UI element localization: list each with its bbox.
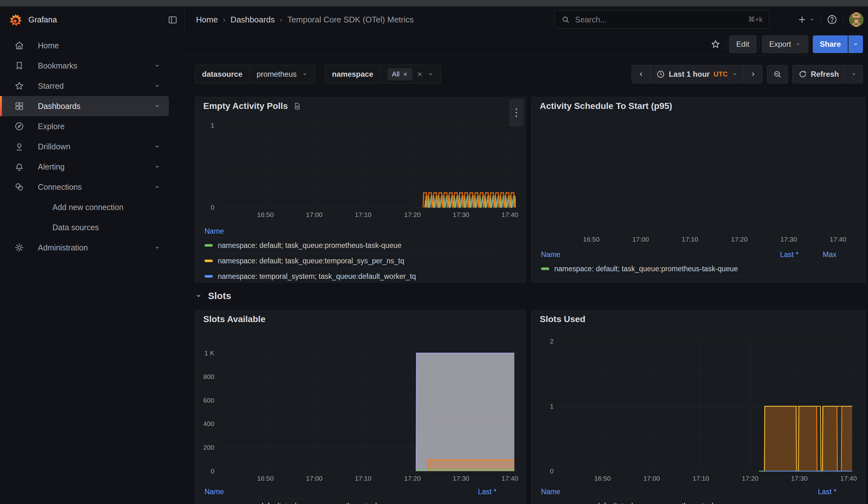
breadcrumb-item-home[interactable]: Home — [196, 15, 218, 25]
sidebar-item-label: Administration — [38, 243, 88, 252]
sidebar-item-label: Add new connection — [52, 203, 123, 212]
breadcrumb-item-temporal-core-sdk-otel-metrics: Temporal Core SDK (OTel) Metrics — [288, 15, 414, 25]
timeseries-chart[interactable]: 0116:5017:0017:1017:2017:3017:40 — [195, 115, 526, 225]
avatar[interactable] — [849, 12, 864, 27]
remove-icon — [403, 72, 408, 77]
series-color-pill — [205, 275, 213, 278]
refresh-button[interactable]: Refresh — [793, 65, 845, 83]
panel-title[interactable]: Slots Used — [540, 314, 586, 324]
star-icon — [14, 81, 24, 91]
row-slots[interactable]: Slots — [195, 287, 231, 305]
legend-column-name[interactable]: Name — [205, 487, 449, 496]
legend-row: namespace: default; task_queue:prometheu… — [541, 261, 836, 277]
legend-header: NameLast * — [541, 485, 836, 498]
panel-title[interactable]: Activity Schedule To Start (p95) — [540, 101, 672, 111]
sidebar-item-starred[interactable]: Starred — [0, 76, 169, 96]
chevron-down-icon — [302, 71, 308, 78]
sidebar-item-add-new-connection[interactable]: Add new connection — [0, 197, 169, 217]
sidebar-item-bookmarks[interactable]: Bookmarks — [0, 55, 169, 76]
zoom-out-button[interactable] — [767, 65, 787, 83]
topbar-brand-area: Grafana — [0, 6, 185, 33]
add-button[interactable] — [797, 15, 815, 24]
sidebar-item-drilldown[interactable]: Drilldown — [0, 136, 169, 157]
legend-column-last[interactable]: Last * — [449, 487, 496, 496]
chevron-down-icon — [852, 41, 859, 48]
svg-text:17:00: 17:00 — [643, 475, 660, 482]
refresh-interval-button[interactable] — [845, 65, 862, 83]
namespace-select[interactable]: All — [381, 65, 441, 83]
chevron-down-icon — [427, 71, 434, 78]
panel-activity-schedule-to-start: Activity Schedule To Start (p95) 16:5017… — [531, 97, 866, 282]
series-color-pill — [205, 244, 213, 247]
svg-text:17:20: 17:20 — [404, 211, 421, 218]
sidebar-item-explore[interactable]: Explore — [0, 116, 169, 136]
legend-series-toggle[interactable]: namespace: default; task_queue:prometheu… — [205, 241, 496, 250]
grafana-app: Grafana Home›Dashboards›Temporal Core SD… — [0, 0, 868, 504]
breadcrumb-item-dashboards[interactable]: Dashboards — [230, 15, 275, 25]
share-button[interactable]: Share — [813, 35, 848, 53]
sidebar-item-connections[interactable]: Connections — [0, 177, 169, 197]
panel-title[interactable]: Slots Available — [203, 314, 266, 324]
sidebar-item-dashboards[interactable]: Dashboards — [0, 96, 169, 116]
link-icon — [14, 182, 24, 192]
grafana-logo-icon[interactable] — [8, 13, 23, 27]
divider — [843, 13, 844, 25]
datasource-select[interactable]: prometheus — [250, 65, 315, 83]
star-dashboard-button[interactable] — [707, 39, 724, 49]
legend-series-toggle[interactable]: namespace: default; task_queue:temporal_… — [205, 257, 496, 265]
namespace-chip-all[interactable]: All — [388, 68, 412, 80]
svg-text:16:50: 16:50 — [583, 236, 600, 243]
grid-icon — [14, 101, 24, 111]
drilldown-icon — [14, 142, 24, 152]
clear-icon — [417, 71, 423, 78]
time-range-picker[interactable]: Last 1 hour UTC — [650, 65, 744, 83]
timeseries-chart[interactable]: 01216:5017:0017:1017:2017:3017:40 — [531, 328, 866, 485]
svg-text:800: 800 — [203, 373, 214, 380]
chevron-down-icon — [154, 163, 161, 170]
sidebar-item-administration[interactable]: Administration — [0, 237, 169, 258]
collapse-sidebar-icon[interactable] — [167, 14, 178, 25]
legend-row: namespace: default; task_queue:prometheu… — [205, 498, 496, 504]
export-button[interactable]: Export — [762, 35, 808, 53]
sidebar-item-alerting[interactable]: Alerting — [0, 157, 169, 177]
legend-column-name[interactable]: Name — [205, 227, 496, 236]
legend-series-toggle[interactable]: namespace: temporal_system; task_queue:d… — [205, 272, 496, 281]
help-icon[interactable] — [827, 14, 837, 25]
timeseries-chart[interactable]: 16:5017:0017:1017:2017:3017:40 — [531, 115, 866, 248]
legend-column-last[interactable]: Last * — [789, 487, 836, 496]
legend-column-name[interactable]: Name — [541, 250, 751, 259]
sidebar-item-data-sources[interactable]: Data sources — [0, 217, 169, 237]
legend-series-toggle[interactable]: namespace: default; task_queue:prometheu… — [541, 265, 751, 273]
legend-column-name[interactable]: Name — [541, 487, 789, 496]
timeseries-chart[interactable]: 02004006008001 K16:5017:0017:1017:2017:3… — [195, 328, 526, 485]
search-bar[interactable]: ⌘+k — [555, 10, 769, 29]
svg-text:17:30: 17:30 — [453, 211, 469, 218]
breadcrumb-separator: › — [223, 16, 225, 24]
chevron-down-icon — [195, 292, 202, 300]
svg-text:600: 600 — [203, 397, 214, 404]
series-color-pill — [541, 267, 549, 270]
time-shift-back-button[interactable] — [632, 65, 650, 83]
panel-slots-used: Slots Used 01216:5017:0017:1017:2017:301… — [531, 310, 866, 504]
share-menu-button[interactable] — [848, 35, 863, 53]
legend-series-toggle[interactable]: namespace: default; task_queue:prometheu… — [541, 502, 789, 504]
sidebar-item-label: Starred — [38, 81, 64, 91]
chevron-down-icon — [154, 244, 161, 251]
legend-column-last[interactable]: Last * — [751, 250, 798, 259]
svg-text:17:40: 17:40 — [830, 236, 847, 243]
legend-series-toggle[interactable]: namespace: default; task_queue:prometheu… — [205, 502, 449, 504]
topbar-actions — [797, 10, 864, 29]
chevron-down-icon — [154, 103, 161, 110]
edit-button[interactable]: Edit — [729, 35, 757, 53]
svg-text:0: 0 — [210, 204, 214, 211]
home-icon — [14, 40, 24, 51]
legend-column-max[interactable]: Max — [798, 250, 836, 259]
panel-description-icon[interactable] — [293, 102, 301, 110]
panel-title[interactable]: Empty Activity Polls — [203, 101, 288, 111]
svg-text:17:30: 17:30 — [780, 236, 797, 243]
divider — [759, 38, 760, 50]
time-shift-forward-button[interactable] — [744, 65, 762, 83]
sidebar-item-home[interactable]: Home — [0, 35, 169, 55]
svg-text:17:40: 17:40 — [840, 475, 857, 482]
search-input[interactable] — [575, 15, 744, 25]
